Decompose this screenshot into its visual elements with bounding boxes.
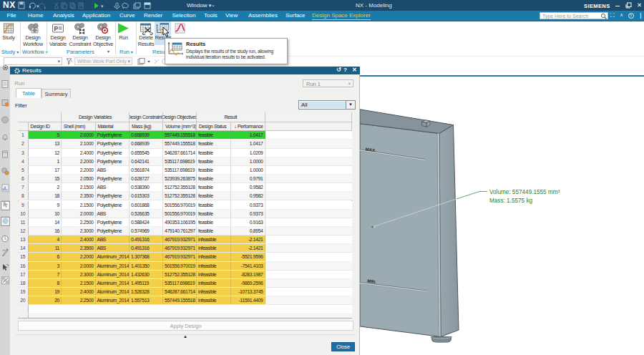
svg-text:Volume: 557449.1555 mm³: Volume: 557449.1555 mm³	[489, 188, 560, 195]
svg-text:Mass: 1.5575 kg: Mass: 1.5575 kg	[489, 197, 533, 203]
svg-text:P: P	[54, 24, 59, 31]
svg-text:▾: ▾	[101, 4, 104, 9]
